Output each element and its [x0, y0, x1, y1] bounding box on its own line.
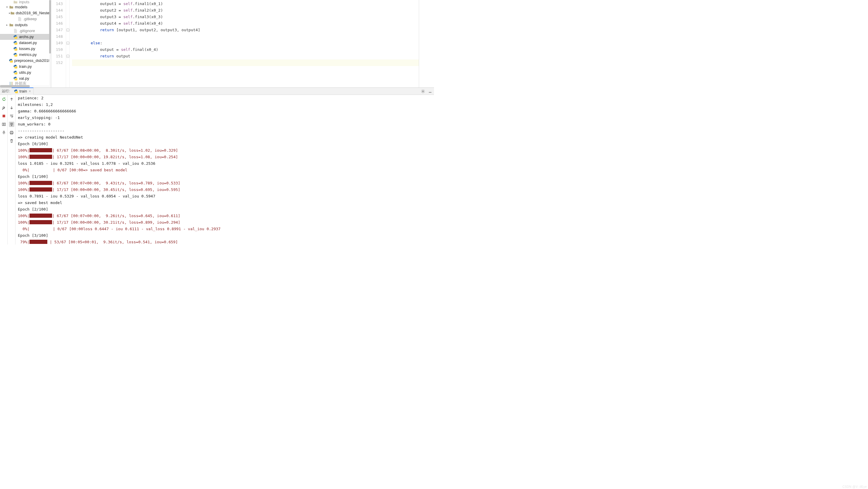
code-line[interactable] — [72, 60, 419, 66]
rerun-icon[interactable] — [1, 97, 6, 102]
tree-item-label: preprocess_dsb2018.py — [14, 58, 51, 64]
code-line[interactable]: else: — [72, 40, 419, 46]
minimize-icon[interactable] — [428, 89, 433, 94]
tree-item[interactable]: losses.py — [0, 46, 51, 52]
run-label: 运行: — [0, 89, 11, 94]
svg-rect-5 — [2, 115, 5, 118]
code-line[interactable]: output = self.final(x0_4) — [72, 46, 419, 53]
wrench-icon[interactable] — [1, 105, 6, 110]
console-line: 0%| | 0/67 [00:00=> saved best model — [18, 167, 432, 173]
tree-item-label: dsb2018_96_NestedUNet_woDS — [16, 10, 51, 16]
file-icon — [13, 29, 18, 33]
tree-item-label: metrics.py — [19, 52, 37, 58]
run-tab-label: train — [19, 89, 27, 93]
tree-item[interactable]: dataset.py — [0, 40, 51, 46]
python-icon — [14, 89, 18, 93]
editor-gutter: 143144145146147148149150151152 — [51, 0, 66, 88]
file-icon — [17, 17, 22, 22]
pin-icon[interactable] — [1, 130, 6, 135]
run-tab-train[interactable]: train × — [11, 88, 33, 95]
tree-item[interactable]: val.py — [0, 75, 51, 82]
console-line: 100%|| 17/17 [00:00<00:00, 30.21it/s, lo… — [18, 219, 432, 226]
sidebar-vscroll[interactable] — [49, 0, 51, 85]
down-arrow-icon[interactable] — [9, 105, 14, 110]
trash-icon[interactable] — [9, 138, 14, 144]
tree-item-label: dataset.py — [19, 40, 37, 46]
folder-icon — [13, 0, 18, 4]
fold-handle[interactable]: − — [66, 42, 69, 44]
fold-column[interactable]: −−− — [66, 0, 70, 88]
python-file-icon — [9, 58, 13, 63]
console-line: -------------------- — [18, 128, 432, 134]
console-line: Epoch [1/100] — [18, 173, 432, 180]
code-line[interactable]: output1 = self.final1(x0_1) — [72, 1, 419, 7]
python-file-icon — [13, 34, 18, 39]
top-split: inputs▾models▸dsb2018_96_NestedUNet_woDS… — [0, 0, 434, 88]
python-file-icon — [13, 46, 18, 51]
console-output[interactable]: patience: 2milestones: 1,2gamma: 0.66666… — [16, 95, 434, 244]
python-file-icon — [13, 76, 18, 81]
code-line[interactable]: return output — [72, 53, 419, 60]
tree-item-label: inputs — [19, 0, 29, 4]
sidebar-vscroll-thumb[interactable] — [49, 0, 51, 54]
console-line: 100%|| 17/17 [00:00<00:00, 30.45it/s, lo… — [18, 187, 432, 193]
code-line[interactable]: output3 = self.final3(x0_3) — [72, 14, 419, 20]
tree-item-label: losses.py — [19, 46, 35, 52]
project-tree[interactable]: inputs▾models▸dsb2018_96_NestedUNet_woDS… — [0, 0, 51, 86]
run-body: patience: 2milestones: 1,2gamma: 0.66666… — [0, 95, 434, 244]
tree-item-label: val.py — [19, 75, 29, 82]
gear-icon[interactable] — [420, 89, 426, 94]
scroll-to-end-icon[interactable] — [9, 122, 14, 127]
tree-item[interactable]: .gitkeep — [0, 16, 51, 22]
console-line: => creating model NestedUNet — [18, 134, 432, 141]
console-line: patience: 2 — [18, 95, 432, 101]
tree-item-label: train.py — [19, 64, 32, 70]
editor-right-pad — [419, 0, 434, 88]
console-line: 79%| | 53/67 [00:05<00:01, 9.36it/s, los… — [18, 239, 432, 244]
code-line[interactable] — [72, 33, 419, 40]
chevron-icon[interactable]: ▸ — [5, 22, 9, 28]
code-line[interactable]: return [output1, output2, output3, outpu… — [72, 27, 419, 33]
stop-icon[interactable] — [1, 113, 6, 119]
code-editor[interactable]: 143144145146147148149150151152 −−− outpu… — [51, 0, 434, 88]
project-sidebar: inputs▾models▸dsb2018_96_NestedUNet_woDS… — [0, 0, 51, 88]
console-line: loss 0.7891 - iou 0.5329 - val_loss 0.69… — [18, 193, 432, 200]
tree-item[interactable]: utils.py — [0, 70, 51, 75]
svg-rect-7 — [4, 123, 5, 126]
python-file-icon — [13, 52, 18, 57]
close-icon[interactable]: × — [29, 89, 31, 93]
tree-item[interactable]: preprocess_dsb2018.py — [0, 58, 51, 64]
run-header: 运行: train × — [0, 88, 434, 95]
folder-icon — [10, 11, 14, 15]
tree-item[interactable]: .gitignore — [0, 28, 51, 34]
print-icon[interactable] — [9, 130, 14, 135]
tree-item[interactable]: metrics.py — [0, 52, 51, 58]
tree-item[interactable]: archs.py — [0, 34, 51, 40]
chevron-icon[interactable]: ▾ — [5, 4, 9, 10]
code-line[interactable]: output2 = self.final2(x0_2) — [72, 7, 419, 14]
tree-item-label: .gitkeep — [23, 16, 37, 22]
fold-handle[interactable]: − — [66, 29, 69, 32]
tree-item-label: outputs — [15, 22, 28, 28]
svg-point-3 — [423, 91, 424, 92]
fold-handle[interactable]: − — [66, 55, 69, 58]
tree-item[interactable]: train.py — [0, 64, 51, 70]
tree-item-label: .gitignore — [19, 28, 35, 34]
python-file-icon — [13, 64, 18, 69]
run-panel: 运行: train × — [0, 88, 434, 244]
console-line: 0%| | 0/67 [00:00loss 0.6447 - iou 0.611… — [18, 226, 432, 232]
console-line: 100%|| 67/67 [00:07<00:00, 9.43it/s, los… — [18, 180, 432, 187]
tree-item[interactable]: ▾models — [0, 4, 51, 10]
code-area[interactable]: output1 = self.final1(x0_1) output2 = se… — [70, 0, 419, 88]
code-line[interactable]: output4 = self.final4(x0_4) — [72, 20, 419, 27]
tree-item[interactable]: ▸outputs — [0, 22, 51, 28]
softwrap-icon[interactable] — [9, 113, 14, 119]
up-arrow-icon[interactable] — [9, 97, 14, 102]
python-file-icon — [13, 40, 18, 45]
console-line: 100%|| 17/17 [00:00<00:00, 19.82it/s, lo… — [18, 154, 432, 160]
layout-icon[interactable] — [1, 122, 6, 127]
console-line: 100%|| 67/67 [00:07<00:00, 9.26it/s, los… — [18, 213, 432, 219]
tree-item[interactable]: inputs — [0, 0, 51, 4]
tree-item[interactable]: ▸dsb2018_96_NestedUNet_woDS — [0, 10, 51, 16]
console-line: num_workers: 0 — [18, 121, 432, 128]
